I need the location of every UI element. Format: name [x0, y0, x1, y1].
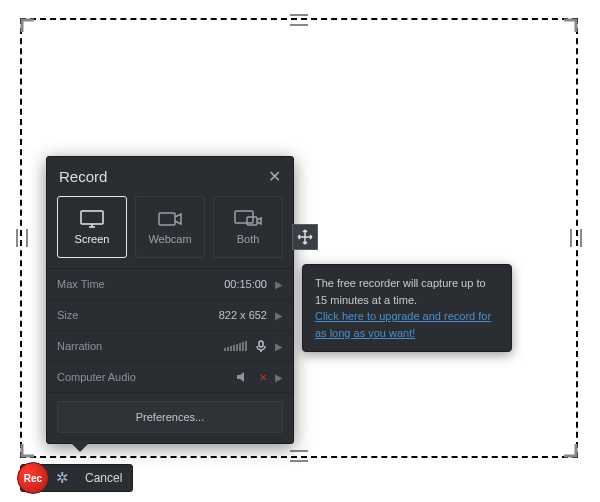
mute-icon: ✕ [259, 372, 267, 383]
mode-label: Screen [75, 233, 110, 245]
chevron-right-icon: ▶ [275, 310, 283, 321]
svg-rect-1 [159, 213, 175, 225]
speaker-icon [235, 371, 249, 383]
row-value: 00:15:00 [224, 278, 267, 290]
row-label: Size [57, 309, 78, 321]
upgrade-link[interactable]: Click here to upgrade and record for as … [315, 310, 491, 339]
microphone-icon [255, 340, 267, 352]
svg-rect-4 [259, 341, 263, 347]
chevron-right-icon: ▶ [275, 279, 283, 290]
row-narration[interactable]: Narration ▶ [47, 331, 293, 362]
row-label: Narration [57, 340, 102, 352]
edge-handle-left[interactable] [16, 229, 28, 247]
corner-handle-br[interactable] [562, 442, 578, 458]
row-max-time[interactable]: Max Time 00:15:00▶ [47, 269, 293, 300]
edge-handle-bottom[interactable] [290, 450, 308, 462]
move-icon [297, 229, 313, 245]
volume-meter-icon [224, 341, 247, 351]
cancel-button[interactable]: Cancel [75, 471, 132, 485]
row-value: 822 x 652 [219, 309, 267, 321]
svg-rect-0 [81, 211, 103, 224]
close-icon[interactable]: ✕ [268, 167, 281, 186]
mode-both[interactable]: Both [213, 196, 283, 258]
corner-handle-tr[interactable] [562, 18, 578, 34]
both-icon [233, 209, 263, 229]
row-label: Max Time [57, 278, 105, 290]
row-computer-audio[interactable]: Computer Audio ✕ ▶ [47, 362, 293, 393]
svg-rect-3 [247, 217, 257, 225]
record-button[interactable]: Rec [17, 462, 49, 494]
chevron-right-icon: ▶ [275, 341, 283, 352]
corner-handle-tl[interactable] [20, 18, 36, 34]
edge-handle-right[interactable] [570, 229, 582, 247]
upgrade-tooltip: The free recorder will capture up to 15 … [302, 264, 512, 352]
tooltip-text: The free recorder will capture up to 15 … [315, 277, 486, 306]
monitor-icon [78, 209, 106, 229]
panel-title: Record [59, 168, 107, 185]
mode-label: Both [237, 233, 260, 245]
row-label: Computer Audio [57, 371, 136, 383]
panel-pointer [71, 443, 89, 452]
gear-icon[interactable]: ✲ [49, 469, 75, 487]
mode-label: Webcam [148, 233, 191, 245]
move-handle[interactable] [292, 224, 318, 250]
preferences-button[interactable]: Preferences... [57, 401, 283, 433]
row-size[interactable]: Size 822 x 652▶ [47, 300, 293, 331]
mode-screen[interactable]: Screen [57, 196, 127, 258]
edge-handle-top[interactable] [290, 14, 308, 26]
recorder-toolbar: Rec ✲ Cancel [20, 464, 133, 492]
chevron-right-icon: ▶ [275, 372, 283, 383]
mode-webcam[interactable]: Webcam [135, 196, 205, 258]
record-panel: Record ✕ Screen Webcam Both Max Time 00:… [46, 156, 294, 444]
corner-handle-bl[interactable] [20, 442, 36, 458]
webcam-icon [156, 209, 184, 229]
